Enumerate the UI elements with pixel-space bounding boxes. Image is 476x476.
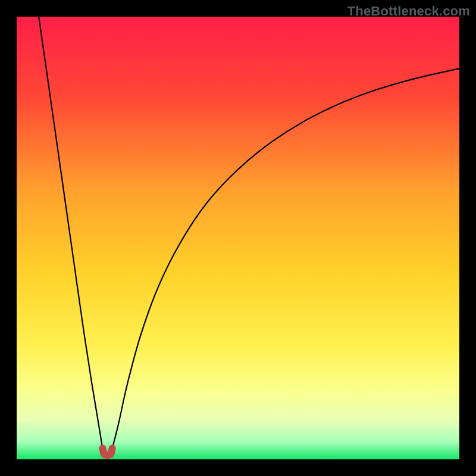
chart-svg: [17, 17, 459, 459]
frame: TheBottleneck.com: [0, 0, 476, 476]
watermark-text: TheBottleneck.com: [347, 4, 470, 19]
plot-area: [17, 17, 459, 459]
gradient-background: [17, 17, 459, 459]
